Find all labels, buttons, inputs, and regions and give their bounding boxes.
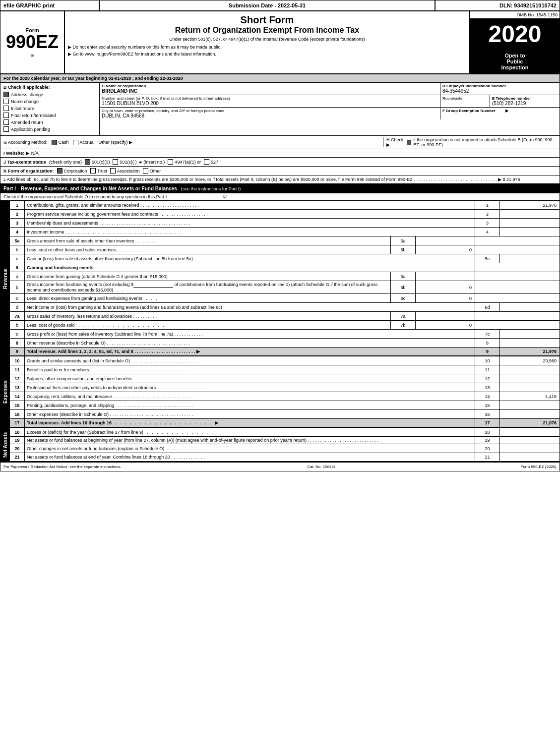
row16-linenum: 16 <box>475 410 500 418</box>
expenses-side-label: Expenses <box>0 356 10 428</box>
row10-num: 10 <box>10 356 25 365</box>
row11-desc: Benefits paid to or for members . . . . … <box>25 365 475 374</box>
part1-header: Part I Revenue, Expenses, and Changes in… <box>0 184 560 193</box>
501c-option: 501(c)( ) ◄ (insert no.) <box>113 159 165 165</box>
row6-num: 6 <box>10 263 25 272</box>
row6a-num: a <box>10 272 25 281</box>
org-city-cell: City or town, state or province, country… <box>100 108 440 119</box>
check-application-pending: Application pending <box>3 126 96 132</box>
row11-linenum: 11 <box>475 365 500 374</box>
footer-left: For Paperwork Reduction Act Notice, see … <box>3 465 122 469</box>
row6c-desc: Less: direct expenses from gaming and fu… <box>25 294 391 302</box>
header-bar: efile GRAPHIC print Submission Date - 20… <box>0 0 560 11</box>
row7a-num: 7a <box>10 312 25 320</box>
row13-linenum: 13 <box>475 383 500 392</box>
row21-linenum: 21 <box>475 453 500 461</box>
row-2: 2 Program service revenue including gove… <box>10 210 560 219</box>
row5b-spacer <box>475 245 560 254</box>
name-change-checkbox[interactable] <box>3 99 9 104</box>
form-990ez: efile GRAPHIC print Submission Date - 20… <box>0 0 560 471</box>
row11-num: 11 <box>10 365 25 374</box>
row-1: 1 Contributions, gifts, grants, and simi… <box>10 201 560 210</box>
row5c-amount <box>500 254 560 263</box>
row-6d: d Net income or (loss) from gaming and f… <box>10 303 560 312</box>
accrual-label: Accrual <box>80 140 95 145</box>
check-applicable-block: B Check if applicable: Address change Na… <box>0 83 100 135</box>
tax-exempt-label: J Tax-exempt status <box>3 160 46 165</box>
row7a-spacer <box>475 312 560 320</box>
footer-row: For Paperwork Reduction Act Notice, see … <box>0 462 560 471</box>
org-name-cell: C Name of organization BIRDLAND INC <box>100 83 440 95</box>
row4-linenum: 4 <box>475 228 500 236</box>
application-pending-label: Application pending <box>11 127 50 132</box>
row9-desc: Total revenue. Add lines 1, 2, 3, 4, 5c,… <box>25 348 475 355</box>
row19-amount <box>500 437 560 444</box>
org-info-block: C Name of organization BIRDLAND INC D Em… <box>100 83 560 135</box>
amended-return-checkbox[interactable] <box>3 119 9 125</box>
other-org-checkbox[interactable] <box>143 168 148 174</box>
accounting-row: G Accounting Method: Cash Accrual Other … <box>0 136 560 149</box>
row-11: 11 Benefits paid to or for members . . .… <box>10 365 560 374</box>
row3-num: 3 <box>10 219 25 227</box>
assoc-checkbox[interactable] <box>110 168 116 174</box>
row6d-num: d <box>10 303 25 311</box>
check-applicable-label: B Check if applicable: <box>3 85 96 90</box>
address-change-checkbox[interactable] <box>3 92 9 97</box>
assoc-option: Association <box>110 168 140 174</box>
527-checkbox[interactable] <box>204 159 209 165</box>
row-7b: b Less: cost of goods sold . . . . . . .… <box>10 321 560 330</box>
tax-year-row: For the 2020 calendar year, or tax year … <box>0 74 560 83</box>
row10-desc: Grants and similar amounts paid (list in… <box>25 356 475 365</box>
org-phone-label: E Telephone number <box>492 96 558 101</box>
row15-amount <box>500 401 560 409</box>
h-label: H Check ▶ <box>386 137 405 147</box>
initial-return-label: Initial return <box>11 106 34 111</box>
h-checkbox[interactable] <box>407 140 412 145</box>
4947a1-option: 4947(a)(1) or <box>168 159 201 165</box>
other-specify-line <box>136 140 383 145</box>
org-city-value: DUBLIN, CA 94568 <box>102 113 438 118</box>
row13-amount <box>500 383 560 392</box>
application-pending-checkbox[interactable] <box>3 126 9 132</box>
row4-desc: Investment income . . . . . . . . . . . … <box>25 228 475 236</box>
final-return-checkbox[interactable] <box>3 113 9 118</box>
form-title-area: Form 990EZ ⊕ Short Form Return of Organi… <box>0 11 560 74</box>
accounting-label: G Accounting Method: <box>3 140 48 145</box>
instructions-note: ▶ Go to www.irs.gov/Form990EZ for instru… <box>68 52 466 57</box>
row6c-subamt: 0 <box>416 294 475 302</box>
initial-return-checkbox[interactable] <box>3 106 9 111</box>
row7b-spacer <box>475 321 560 329</box>
row6a-subamt <box>416 272 475 281</box>
row1-desc: Contributions, gifts, grants, and simila… <box>25 201 475 209</box>
open-public-text: Open toPublicInspection <box>501 53 528 70</box>
cash-checkbox[interactable] <box>52 140 57 145</box>
row9-num: 9 <box>10 348 25 355</box>
form-title-center: Short Form Return of Organization Exempt… <box>65 11 470 73</box>
row3-linenum: 3 <box>475 219 500 227</box>
row21-desc: Net assets or fund balances at end of ye… <box>25 453 475 461</box>
row8-amount <box>500 339 560 347</box>
trust-checkbox[interactable] <box>90 168 96 174</box>
part1-label: Part I <box>3 186 16 191</box>
row-6a: a Gross income from gaming (attach Sched… <box>10 272 560 281</box>
row18-num: 18 <box>10 428 25 436</box>
501c3-option: 501(c)(3) <box>85 159 110 165</box>
accrual-checkbox[interactable] <box>73 140 78 145</box>
row-14: 14 Occupancy, rent, utilities, and maint… <box>10 392 560 401</box>
501c3-checkbox[interactable] <box>85 159 90 165</box>
4947a1-checkbox[interactable] <box>168 159 173 165</box>
row8-num: 8 <box>10 339 25 347</box>
row19-linenum: 19 <box>475 437 500 444</box>
org-name-label: C Name of organization <box>102 84 438 88</box>
tax-exempt-note: (check only one) <box>49 160 82 165</box>
501c-checkbox[interactable] <box>113 159 118 165</box>
corp-checkbox[interactable] <box>57 168 62 174</box>
row5b-num: b <box>10 245 25 254</box>
corp-label: Corporation <box>64 169 87 174</box>
row2-linenum: 2 <box>475 210 500 218</box>
address-change-label: Address change <box>11 92 43 97</box>
other-label: Other (specify) ▶ <box>99 140 133 145</box>
501c3-label: 501(c)(3) <box>92 160 110 165</box>
check-final-return: Final return/terminated <box>3 113 96 118</box>
row-5a: 5a Gross amount from sale of assets othe… <box>10 236 560 245</box>
